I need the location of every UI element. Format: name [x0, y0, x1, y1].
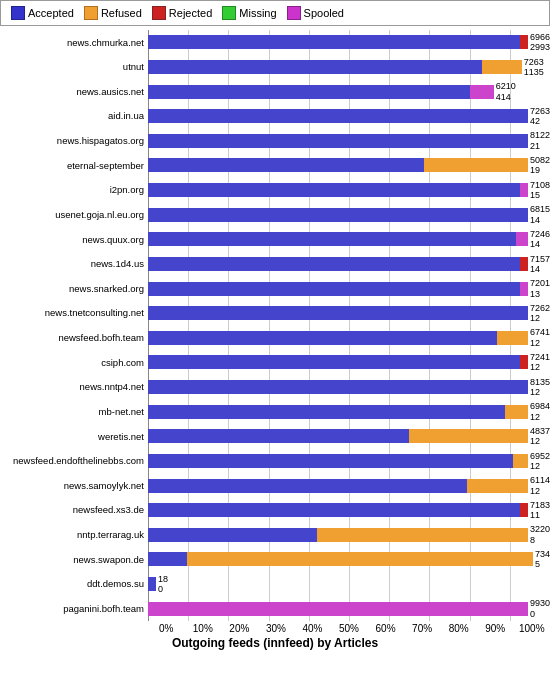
bar-segment-accepted	[148, 35, 520, 49]
bar-row: 508219	[148, 157, 550, 173]
y-label: csiph.com	[101, 358, 144, 368]
y-label: paganini.bofh.team	[63, 604, 144, 614]
bar-segment-accepted	[148, 85, 470, 99]
y-label: i2pn.org	[110, 185, 144, 195]
bar-segment-spooled	[148, 602, 528, 616]
bar-segment-spooled	[470, 85, 494, 99]
bar-row: 180	[148, 576, 550, 592]
bar-segment-accepted	[148, 183, 520, 197]
bar-segment-accepted	[148, 380, 528, 394]
bar-segment-accepted	[148, 577, 156, 591]
x-tick-label: 0%	[148, 623, 185, 634]
bar-value-label: 32208	[530, 524, 550, 545]
bar-row: 7345	[148, 551, 550, 567]
bar-segment-refused	[497, 331, 528, 345]
legend-item-spooled: Spooled	[287, 6, 344, 20]
bar-row: 611412	[148, 478, 550, 494]
bar-value-label: 720113	[530, 278, 550, 299]
legend-color-box	[287, 6, 301, 20]
bar-segment-refused	[482, 60, 522, 74]
bar-segment-spooled	[520, 282, 528, 296]
y-label: aid.in.ua	[108, 111, 144, 121]
bar-value-label: 715714	[530, 254, 550, 275]
x-tick-label: 20%	[221, 623, 258, 634]
bar-value-label: 695212	[530, 451, 550, 472]
legend-label: Refused	[101, 7, 142, 19]
legend-item-accepted: Accepted	[11, 6, 74, 20]
bar-segment-refused	[317, 528, 528, 542]
bar-segment-accepted	[148, 479, 467, 493]
legend-label: Missing	[239, 7, 276, 19]
x-title: Outgoing feeds (innfeed) by Articles	[0, 636, 550, 650]
bar-segment-accepted	[148, 306, 528, 320]
y-label: news.hispagatos.org	[57, 136, 144, 146]
legend-item-rejected: Rejected	[152, 6, 212, 20]
bar-value-label: 698412	[530, 401, 550, 422]
y-label: news.chmurka.net	[67, 38, 144, 48]
bar-segment-refused	[505, 405, 528, 419]
legend-color-box	[152, 6, 166, 20]
bar-segment-accepted	[148, 454, 513, 468]
bar-row: 715714	[148, 256, 550, 272]
bar-value-label: 69662993	[530, 32, 550, 53]
bar-segment-accepted	[148, 355, 520, 369]
y-label: newsfeed.endofthelinebbs.com	[13, 456, 144, 466]
y-label: eternal-september	[67, 161, 144, 171]
bar-value-label: 483712	[530, 426, 550, 447]
legend-label: Spooled	[304, 7, 344, 19]
x-tick-label: 10%	[185, 623, 222, 634]
x-tick-label: 90%	[477, 623, 514, 634]
bar-row: 32208	[148, 527, 550, 543]
y-label: weretis.net	[98, 432, 144, 442]
y-label: ddt.demos.su	[87, 579, 144, 589]
y-label: usenet.goja.nl.eu.org	[55, 210, 144, 220]
bar-value-label: 508219	[530, 155, 550, 176]
bar-segment-refused	[424, 158, 528, 172]
y-labels: news.chmurka.netutnutnews.ausics.netaid.…	[0, 30, 148, 621]
bar-row: 724614	[148, 231, 550, 247]
bar-segment-accepted	[148, 257, 520, 271]
bar-row: 698412	[148, 404, 550, 420]
bar-segment-spooled	[516, 232, 528, 246]
bar-segment-accepted	[148, 331, 497, 345]
x-tick-label: 40%	[294, 623, 331, 634]
bar-segment-accepted	[148, 528, 317, 542]
bar-row: 6210414	[148, 84, 550, 100]
bar-segment-spooled	[520, 183, 528, 197]
legend-color-box	[84, 6, 98, 20]
bars-section: 6966299372631135621041472634281222150821…	[148, 30, 550, 621]
bar-segment-rejected	[520, 257, 528, 271]
y-label: news.swapon.de	[73, 555, 144, 565]
bar-value-label: 7345	[535, 549, 550, 570]
y-label: nntp.terrarag.uk	[77, 530, 144, 540]
bar-segment-rejected	[520, 503, 528, 517]
bar-segment-refused	[187, 552, 533, 566]
bar-segment-accepted	[148, 158, 424, 172]
bar-value-label: 812221	[530, 130, 550, 151]
bar-row: 72631135	[148, 59, 550, 75]
x-tick-label: 80%	[440, 623, 477, 634]
legend-color-box	[11, 6, 25, 20]
bar-segment-rejected	[520, 35, 528, 49]
legend: AcceptedRefusedRejectedMissingSpooled	[0, 0, 550, 26]
bar-segment-accepted	[148, 552, 187, 566]
y-label: news.ausics.net	[76, 87, 144, 97]
y-label: mb-net.net	[99, 407, 144, 417]
bar-segment-refused	[513, 454, 528, 468]
bar-segment-accepted	[148, 60, 482, 74]
bar-row: 726342	[148, 108, 550, 124]
bar-value-label: 718311	[530, 500, 550, 521]
bar-row: 812221	[148, 133, 550, 149]
bar-segment-refused	[409, 429, 528, 443]
bar-value-label: 710815	[530, 180, 550, 201]
bar-value-label: 813512	[530, 377, 550, 398]
y-label: news.quux.org	[82, 235, 144, 245]
bar-row: 695212	[148, 453, 550, 469]
bar-value-label: 72631135	[524, 57, 544, 78]
bar-segment-accepted	[148, 134, 528, 148]
bar-value-label: 724112	[530, 352, 550, 373]
x-axis-labels: 0%10%20%30%40%50%60%70%80%90%100%	[148, 621, 550, 634]
bar-row: 710815	[148, 182, 550, 198]
x-tick-label: 50%	[331, 623, 368, 634]
bar-value-label: 726212	[530, 303, 550, 324]
